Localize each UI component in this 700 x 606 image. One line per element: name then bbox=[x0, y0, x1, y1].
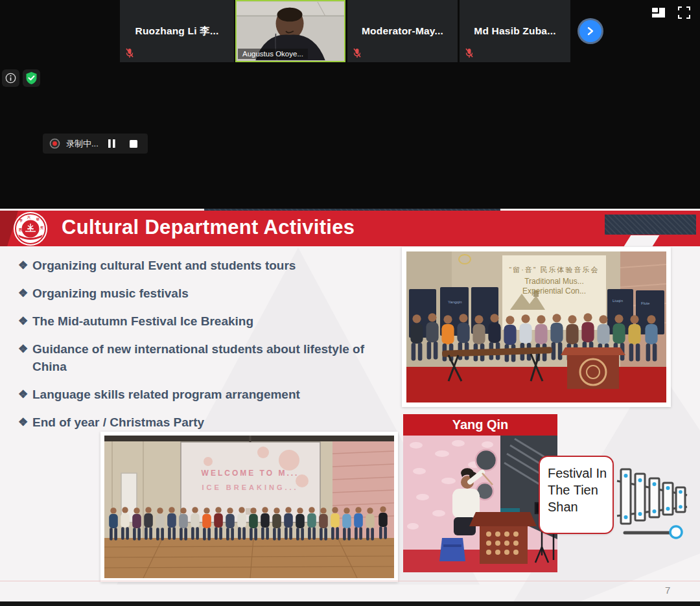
next-participants-button[interactable] bbox=[579, 20, 601, 42]
svg-text:Flute: Flute bbox=[641, 301, 650, 305]
speaker-view-icon[interactable] bbox=[651, 6, 666, 19]
screen-text-en2: Experiential Con... bbox=[522, 286, 586, 296]
bullet-text: Organizing cultural Event and students t… bbox=[32, 259, 296, 272]
screen-text-line2: ICE BREAKING... bbox=[202, 484, 298, 491]
participant-tile-hasib[interactable]: Md Hasib Zuba... bbox=[460, 0, 570, 62]
shield-check-icon bbox=[25, 71, 38, 85]
xylophone-icon bbox=[616, 464, 688, 541]
screen-text-line1: WELCOME TO M... bbox=[202, 469, 299, 478]
bullet-text: Organizing music festivals bbox=[32, 286, 189, 300]
svg-text:六: 六 bbox=[27, 215, 30, 219]
svg-text:Yangqin: Yangqin bbox=[448, 300, 462, 304]
bullet-marker: ❖ bbox=[18, 414, 28, 431]
bullet-item: ❖Language skills related program arrange… bbox=[18, 386, 378, 403]
screen-text-cn: “留·音” 民乐体验音乐会 bbox=[509, 266, 599, 274]
festival-callout-box: Festival In The Tien Shan bbox=[539, 456, 614, 534]
chevron-right-icon bbox=[586, 27, 595, 36]
stop-recording-button[interactable] bbox=[126, 137, 141, 151]
meeting-info-button[interactable] bbox=[2, 69, 19, 87]
yangqin-table bbox=[561, 347, 625, 389]
meeting-window: Ruozhang Li 李... Augustus Okoye... bbox=[0, 0, 700, 606]
bullet-marker: ❖ bbox=[18, 312, 28, 330]
bullet-item: ❖Organizing cultural Event and students … bbox=[18, 257, 378, 274]
bullet-marker: ❖ bbox=[18, 285, 28, 302]
stool bbox=[439, 538, 465, 561]
shared-screen-slide: 学六研 究西 Cultural Department Activities ❖O… bbox=[0, 209, 700, 601]
svg-text:学: 学 bbox=[19, 218, 23, 223]
participant-tile-ruozhang[interactable]: Ruozhang Li 李... bbox=[120, 0, 234, 62]
bullet-marker: ❖ bbox=[18, 386, 28, 403]
bullet-text: Language skills related program arrangem… bbox=[32, 388, 300, 401]
security-button[interactable] bbox=[23, 69, 40, 87]
slide-page-number: 7 bbox=[665, 585, 670, 596]
pause-recording-button[interactable] bbox=[104, 137, 120, 151]
bullet-text: Guidance of new international students a… bbox=[32, 342, 364, 373]
slide-footer-line bbox=[0, 581, 700, 581]
bullet-text: End of year / Christmas Party bbox=[32, 415, 204, 429]
bullet-marker: ❖ bbox=[18, 257, 28, 274]
mic-muted-icon bbox=[465, 48, 474, 58]
recording-status-label: 录制中... bbox=[66, 138, 99, 150]
yangqin-caption: Yang Qin bbox=[452, 417, 509, 432]
bullet-item: ❖Guidance of new international students … bbox=[18, 340, 378, 375]
yangqin-caption-banner: Yang Qin bbox=[403, 414, 557, 436]
participant-tile-augustus-video[interactable]: Augustus Okoye... bbox=[235, 0, 345, 62]
screen-text-en1: Traditional Mus... bbox=[524, 277, 584, 286]
participant-name: Md Hasib Zuba... bbox=[474, 25, 555, 37]
university-seal-logo: 学六研 究西 bbox=[13, 211, 48, 246]
icebreaking-group-photo: WELCOME TO M... ICE BREAKING... bbox=[100, 432, 398, 582]
svg-text:Liuqin: Liuqin bbox=[612, 299, 623, 303]
svg-text:研: 研 bbox=[36, 217, 40, 221]
svg-text:究: 究 bbox=[40, 226, 43, 230]
concert-group-photo: “留·音” 民乐体验音乐会 Traditional Mus... Experie… bbox=[402, 247, 671, 407]
bottom-edge-bar bbox=[0, 601, 700, 606]
mic-muted-icon bbox=[125, 48, 134, 58]
fullscreen-icon[interactable] bbox=[676, 6, 692, 19]
svg-text:西: 西 bbox=[18, 227, 22, 232]
bullet-marker: ❖ bbox=[18, 340, 28, 358]
participant-name: Augustus Okoye... bbox=[238, 49, 308, 59]
recording-indicator: 录制中... bbox=[43, 134, 148, 154]
participant-name: Moderator-May... bbox=[362, 25, 443, 37]
meeting-control-bar: 录制中... bbox=[0, 65, 700, 93]
bullet-list: ❖Organizing cultural Event and students … bbox=[18, 257, 378, 441]
info-icon bbox=[5, 73, 16, 84]
participant-name: Ruozhang Li 李... bbox=[135, 25, 219, 38]
bullet-text: The Mid-autumn Festival Ice Breaking bbox=[32, 314, 253, 328]
bullet-item: ❖End of year / Christmas Party bbox=[18, 414, 378, 431]
festival-callout-text: Festival In The Tien Shan bbox=[548, 466, 607, 514]
mic-muted-icon bbox=[353, 48, 362, 58]
yangqin-performer-photo bbox=[403, 436, 557, 572]
participant-tile-moderator[interactable]: Moderator-May... bbox=[347, 0, 458, 62]
slide-title: Cultural Department Activities bbox=[62, 216, 355, 239]
view-controls bbox=[651, 6, 692, 19]
bullet-item: ❖The Mid-autumn Festival Ice Breaking bbox=[18, 312, 378, 330]
bullet-item: ❖Organizing music festivals bbox=[18, 285, 378, 302]
header-accent-bar bbox=[605, 215, 696, 235]
video-strip: Ruozhang Li 李... Augustus Okoye... bbox=[0, 0, 700, 65]
record-icon bbox=[49, 138, 60, 149]
